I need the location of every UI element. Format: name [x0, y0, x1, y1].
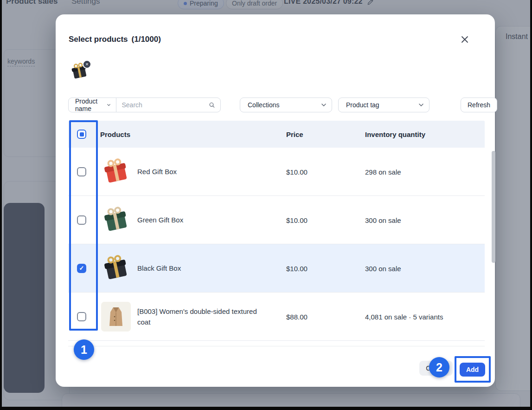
product-price: $10.00 — [286, 216, 308, 224]
annotation-step-1: 1 — [74, 339, 94, 360]
column-inventory: Inventory quantity — [365, 130, 425, 138]
table-row[interactable]: Red Gift Box $10.00 298 on sale — [68, 148, 485, 196]
refresh-button[interactable]: Refresh — [461, 98, 497, 112]
search-type-label: Product name — [75, 98, 103, 112]
product-tag-dropdown[interactable]: Product tag — [338, 98, 429, 112]
products-table: Products Price Inventory quantity Red Gi… — [68, 121, 485, 346]
chevron-down-icon — [321, 104, 326, 106]
product-inventory: 4,081 on sale · 5 variants — [365, 312, 443, 320]
screenshot-frame: Product sales Settings Preparing Only dr… — [0, 0, 532, 410]
collections-dropdown[interactable]: Collections — [240, 98, 332, 112]
search-type-dropdown[interactable]: Product name — [69, 98, 116, 112]
dialog-count: (1/1000) — [132, 35, 161, 44]
selected-product-chip: × — [70, 62, 89, 81]
chevron-down-icon — [107, 104, 110, 106]
scrollbar-thumb[interactable] — [492, 151, 495, 263]
product-name: Green Gift Box — [137, 215, 258, 225]
green-gift-box-image — [101, 205, 131, 235]
search-combo: Product name — [68, 98, 221, 112]
search-icon[interactable] — [209, 101, 215, 109]
black-gift-box-image — [101, 254, 131, 283]
product-inventory: 300 on sale — [365, 216, 401, 224]
page-background: Product sales Settings Preparing Only dr… — [2, 0, 530, 407]
product-inventory: 300 on sale — [365, 264, 401, 272]
select-products-dialog: Select products(1/1000) × Produc — [56, 14, 495, 387]
table-header: Products Price Inventory quantity — [68, 121, 485, 148]
table-row[interactable]: Green Gift Box $10.00 300 on sale — [68, 196, 485, 244]
table-row-selected[interactable]: ✓ Black Gift Box $10.00 300 on sale — [68, 244, 485, 293]
dialog-title: Select products(1/1000) — [69, 35, 161, 44]
dialog-title-text: Select products — [69, 35, 128, 44]
column-price: Price — [286, 130, 303, 138]
product-name: [B003] Women's double-sided textured coa… — [137, 306, 258, 327]
annotation-box-add-button — [455, 356, 491, 383]
coat-image — [101, 302, 131, 332]
product-tag-label: Product tag — [346, 101, 379, 109]
table-row-partial — [68, 341, 485, 346]
column-products: Products — [100, 130, 130, 138]
annotation-step-2: 2 — [429, 357, 449, 377]
product-price: $88.00 — [286, 312, 308, 320]
product-price: $10.00 — [286, 168, 308, 176]
search-input[interactable] — [116, 101, 209, 109]
red-gift-box-image — [101, 157, 131, 187]
filter-bar: Product name Collections Product tag Ref… — [68, 98, 485, 112]
annotation-box-checkbox-column — [69, 120, 98, 331]
product-name: Red Gift Box — [137, 166, 258, 177]
collections-label: Collections — [248, 101, 279, 109]
chevron-down-icon — [419, 104, 423, 106]
table-row[interactable]: [B003] Women's double-sided textured coa… — [68, 293, 485, 341]
product-inventory: 298 on sale — [365, 168, 401, 176]
product-price: $10.00 — [286, 264, 308, 272]
remove-chip-icon[interactable]: × — [83, 60, 91, 69]
close-icon[interactable] — [458, 33, 471, 46]
product-name: Black Gift Box — [137, 263, 258, 273]
